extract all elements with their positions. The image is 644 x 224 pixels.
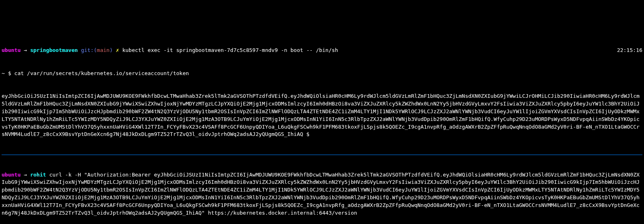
prompt-dir: springbootmaven <box>30 47 77 53</box>
prompt-user: ubuntu <box>2 172 21 178</box>
at-separator: → <box>21 47 30 53</box>
inner-shell-line: ~ $ cat /var/run/secrets/kubernetes.io/s… <box>2 70 642 78</box>
token-output-line: eyJhbGciOiJSUzI1NiIsImtpZCI6IjAwMDJUWU9K… <box>2 93 642 138</box>
jwt-token: eyJhbGciOiJSUzI1NiIsImtpZCI6IjAwMDJUWU9K… <box>2 93 640 137</box>
at-separator: → <box>21 172 30 178</box>
terminal-output[interactable]: ubuntu → springbootmaven git:(main) ✗ ku… <box>2 31 642 224</box>
prompt-line-2: ubuntu → rohit curl -k -H "Authorization… <box>2 171 642 217</box>
paren-open: ( <box>94 47 97 53</box>
inner-prompt: ~ $ <box>2 70 14 76</box>
command-text: kubectl exec -it springbootmaven-7d7c5c8… <box>122 47 338 53</box>
inner-prompt-end: $ <box>303 131 313 137</box>
separator-line <box>2 155 642 155</box>
cat-command: cat /var/run/secrets/kubernetes.io/servi… <box>14 70 189 76</box>
git-dirty-icon: ✗ <box>116 47 119 53</box>
curl-command: curl -k -H "Authorization:Bearer eyJhbGc… <box>2 172 640 216</box>
paren-close: ) <box>109 47 113 53</box>
prompt-dir: rohit <box>30 172 46 178</box>
prompt-line-1: ubuntu → springbootmaven git:(main) ✗ ku… <box>2 47 642 54</box>
git-label: git: <box>81 47 94 53</box>
git-branch: main <box>97 47 109 53</box>
timestamp: 22:15:16 <box>617 47 642 54</box>
prompt-user: ubuntu <box>2 47 21 53</box>
